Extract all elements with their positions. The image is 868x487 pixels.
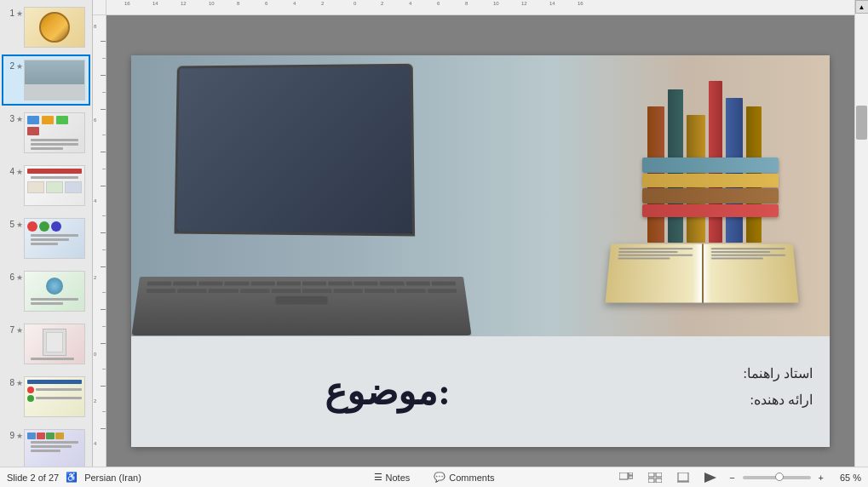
slide-canvas[interactable]: موضوع: استاد راهنما: ارائه دهنده: [106, 15, 854, 487]
slide-number-7: 7 [7, 324, 14, 335]
slide-thumb-3 [24, 112, 85, 153]
zoom-minus[interactable]: − [727, 473, 737, 483]
slide-number-8: 8 [7, 376, 14, 387]
svg-rect-7 [678, 473, 688, 481]
slide-thumb-8 [24, 376, 85, 417]
notes-label: Notes [386, 473, 411, 483]
slide-number-6: 6 [7, 271, 14, 282]
slide-item-2[interactable]: 2 ★ [2, 54, 90, 106]
scroll-track[interactable] [855, 14, 868, 473]
slide-number-4: 4 [7, 165, 14, 176]
slide-star-6: ★ [16, 271, 23, 282]
slide-panel: 1 ★ 2 ★ 3 ★ [0, 0, 93, 487]
slide-star-8: ★ [16, 376, 23, 387]
slide-sorter-icon [648, 473, 662, 483]
zoom-plus[interactable]: + [816, 473, 826, 483]
svg-rect-1 [629, 473, 633, 475]
slide-star-7: ★ [16, 324, 23, 335]
scroll-thumb[interactable] [856, 106, 867, 140]
ruler-top: 16 14 12 10 8 6 4 2 0 2 4 6 8 [106, 0, 854, 15]
slide-number-5: 5 [7, 218, 14, 229]
slide-area: 16 14 12 10 8 6 4 2 0 2 4 6 8 [106, 0, 854, 487]
language-indicator: Persian (Iran) [84, 473, 141, 483]
slide-star-3: ★ [16, 112, 23, 123]
advisor-label: استاد راهنما: [493, 365, 813, 381]
comments-icon: 💬 [434, 472, 445, 483]
slide-info: Slide 2 of 27 [7, 473, 59, 483]
slide-thumb-2 [24, 60, 85, 100]
slide-main[interactable]: موضوع: استاد راهنما: ارائه دهنده: [131, 55, 830, 447]
slide-thumb-7 [24, 324, 85, 364]
normal-view-icon [619, 473, 633, 483]
status-center: ☰ Notes 💬 Comments [369, 470, 500, 484]
slide-item-3[interactable]: 3 ★ [2, 107, 90, 158]
comments-label: Comments [449, 473, 494, 483]
slide-item-5[interactable]: 5 ★ [2, 213, 90, 264]
slide-item-8[interactable]: 8 ★ [2, 371, 90, 422]
svg-rect-2 [629, 476, 633, 478]
slide-thumb-4 [24, 165, 85, 206]
svg-rect-6 [656, 478, 662, 483]
content-area: 8 6 4 2 [93, 0, 868, 487]
status-right: − + 65 % [614, 471, 861, 484]
reading-view-button[interactable] [672, 471, 694, 484]
slide-number-1: 1 [7, 7, 14, 18]
slide-thumb-9 [24, 429, 85, 470]
notes-icon: ☰ [374, 472, 382, 483]
slide-item-4[interactable]: 4 ★ [2, 160, 90, 211]
slide-text-section: موضوع: استاد راهنما: ارائه دهنده: [131, 336, 830, 447]
slide-item-6[interactable]: 6 ★ [2, 266, 90, 317]
svg-rect-0 [619, 473, 628, 479]
slide-item-7[interactable]: 7 ★ [2, 318, 90, 370]
ruler-left: 8 6 4 2 [93, 0, 106, 487]
status-bar: Slide 2 of 27 ♿ Persian (Iran) ☰ Notes 💬… [0, 467, 868, 487]
notes-button[interactable]: ☰ Notes [369, 470, 416, 484]
slide-item-1[interactable]: 1 ★ [2, 2, 90, 53]
svg-rect-5 [648, 478, 654, 483]
slideshow-icon [704, 473, 716, 483]
slideshow-button[interactable] [699, 471, 721, 484]
slide-star-4: ★ [16, 165, 23, 176]
slide-thumb-5 [24, 218, 85, 259]
normal-view-button[interactable] [614, 471, 638, 484]
svg-marker-9 [704, 473, 716, 483]
slide-star-2: ★ [16, 60, 23, 71]
slide-sorter-button[interactable] [643, 471, 667, 484]
slide-star-9: ★ [16, 429, 23, 440]
slide-star-1: ★ [16, 7, 23, 18]
slide-star-5: ★ [16, 218, 23, 229]
slide-thumb-6 [24, 271, 85, 312]
scroll-up-button[interactable]: ▲ [855, 0, 869, 14]
svg-rect-3 [648, 473, 654, 477]
slide-background [131, 55, 830, 336]
status-left: Slide 2 of 27 ♿ Persian (Iran) [7, 472, 141, 483]
zoom-slider[interactable] [743, 476, 811, 479]
labels-section: استاد راهنما: ارائه دهنده: [476, 365, 830, 418]
presenter-label: ارائه دهنده: [493, 392, 813, 408]
slide-number-9: 9 [7, 429, 14, 440]
accessibility-icon: ♿ [66, 472, 78, 483]
main-title: موضوع: [325, 371, 451, 413]
comments-button[interactable]: 💬 Comments [428, 470, 499, 484]
reading-view-icon [677, 473, 689, 483]
slide-thumb-1 [24, 7, 85, 48]
svg-rect-4 [656, 473, 662, 477]
zoom-thumb[interactable] [775, 473, 784, 481]
slide-number-2: 2 [7, 60, 14, 71]
main-title-section: موضوع: [131, 370, 476, 414]
slide-number-3: 3 [7, 112, 14, 123]
vertical-scrollbar[interactable]: ▲ ▼ [854, 0, 868, 487]
zoom-level[interactable]: 65 % [831, 473, 861, 483]
